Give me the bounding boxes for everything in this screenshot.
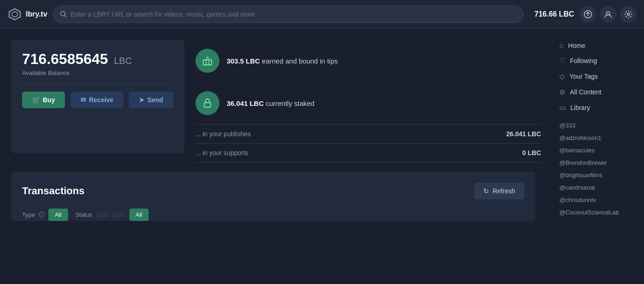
settings-button[interactable] — [620, 6, 637, 23]
stake-icon — [196, 91, 219, 115]
refresh-button[interactable]: ↻ Refresh — [474, 183, 524, 199]
supports-amount: 0 LBC — [523, 149, 541, 156]
publishes-amount: 26.041 LBC — [506, 130, 541, 138]
nav-all-content-label: All Content — [570, 88, 601, 96]
balance-number: 716.6585645 — [22, 51, 108, 67]
nav-home[interactable]: ⌂ Home — [552, 38, 644, 53]
transactions-filters: Type ⓘ All Status All — [22, 209, 524, 221]
all-content-icon: ⊘ — [559, 88, 565, 96]
send-icon: ➤ — [139, 96, 144, 104]
top-row: 716.6585645 LBC Available Balance 🛒 Buy … — [11, 40, 541, 162]
nav-library[interactable]: ▭ Library — [552, 100, 644, 116]
stake-label: currently staked — [266, 99, 315, 107]
balance-display: 716.6585645 LBC — [22, 51, 173, 68]
refresh-icon: ↻ — [483, 187, 489, 195]
logo-text: lbry.tv — [26, 10, 47, 18]
gear-icon — [624, 10, 632, 18]
svg-rect-9 — [206, 60, 209, 65]
channel-coconutsciencelab[interactable]: @CoconutScienceLab — [559, 206, 637, 219]
wallet-actions: 🛒 Buy ✉ Receive ➤ Send — [22, 92, 173, 108]
home-icon: ⌂ — [559, 41, 564, 49]
status-option-2[interactable] — [113, 212, 126, 218]
tips-amount: 303.5 LBC — [227, 57, 260, 65]
nav-home-label: Home — [568, 42, 585, 49]
buy-label: Buy — [43, 96, 55, 104]
balance-unit: LBC — [114, 56, 132, 66]
logo-area: lbry.tv — [7, 7, 47, 22]
nav-following[interactable]: ♡ Following — [552, 53, 644, 69]
svg-rect-8 — [203, 60, 212, 65]
nav-following-label: Following — [570, 57, 597, 64]
header: lbry.tv 716.66 LBC — [0, 0, 644, 29]
tips-text: 303.5 LBC earned and bound in tips — [227, 57, 338, 65]
upload-icon — [584, 10, 592, 18]
heart-icon: ♡ — [559, 57, 565, 65]
publishes-label: ... in your publishes — [196, 130, 251, 138]
gift-icon — [202, 55, 213, 66]
search-icon — [60, 11, 67, 18]
svg-line-3 — [64, 15, 66, 17]
tips-stat: 303.5 LBC earned and bound in tips — [196, 40, 541, 82]
svg-marker-1 — [12, 12, 17, 17]
user-button[interactable] — [600, 6, 616, 23]
transactions-title: Transactions — [22, 185, 85, 197]
send-label: Send — [147, 96, 163, 104]
buy-icon: 🛒 — [32, 96, 40, 104]
stake-text: 36.041 LBC currently staked — [227, 99, 315, 107]
status-filter-group: Status All — [75, 209, 149, 221]
channel-list: @333 @adzrobinson1 @barnacules @BrendonB… — [552, 119, 644, 219]
channel-brightsunfilms[interactable]: @brightsunfilms — [559, 169, 637, 181]
type-all-button[interactable]: All — [48, 209, 68, 221]
channel-chrisdunntv[interactable]: @chrisdunntv — [559, 194, 637, 206]
tips-icon — [196, 49, 219, 73]
header-balance: 716.66 LBC — [535, 10, 574, 18]
svg-point-7 — [627, 13, 630, 15]
status-label: Status — [75, 211, 92, 218]
svg-rect-11 — [204, 103, 211, 107]
balance-amount: 716.6585645 LBC — [22, 51, 132, 67]
svg-marker-0 — [9, 9, 20, 20]
nav-library-label: Library — [570, 104, 590, 111]
transactions-section: Transactions ↻ Refresh Type ⓘ All Status… — [11, 172, 535, 221]
channel-adzrobinson1[interactable]: @adzrobinson1 — [559, 132, 637, 144]
search-input[interactable] — [71, 11, 517, 18]
receive-icon: ✉ — [80, 96, 86, 104]
publishes-row: ... in your publishes 26.041 LBC — [196, 125, 541, 144]
wallet-card: 716.6585645 LBC Available Balance 🛒 Buy … — [11, 40, 184, 153]
send-button[interactable]: ➤ Send — [129, 92, 173, 108]
tag-icon: ◇ — [559, 72, 565, 81]
header-icons — [580, 6, 637, 23]
status-all-button[interactable]: All — [129, 209, 149, 221]
upload-button[interactable] — [580, 6, 596, 23]
content-area: 716.6585645 LBC Available Balance 🛒 Buy … — [0, 29, 552, 284]
type-help-icon: ⓘ — [39, 211, 45, 219]
supports-label: ... in your supports — [196, 149, 248, 156]
stats-area: 303.5 LBC earned and bound in tips 36.04… — [196, 40, 541, 162]
nav-your-tags[interactable]: ◇ Your Tags — [552, 69, 644, 84]
channel-brendonbrewer[interactable]: @BrendonBrewer — [559, 156, 637, 169]
supports-row: ... in your supports 0 LBC — [196, 144, 541, 162]
user-icon — [604, 10, 612, 18]
status-option-1[interactable] — [96, 212, 109, 218]
channel-candrsenal[interactable]: @candrsenal — [559, 181, 637, 194]
stake-details: ... in your publishes 26.041 LBC ... in … — [196, 124, 541, 162]
receive-button[interactable]: ✉ Receive — [70, 92, 123, 108]
receive-label: Receive — [89, 96, 113, 104]
stake-stat: 36.041 LBC currently staked — [196, 82, 541, 124]
type-label: Type — [22, 211, 35, 218]
stake-amount: 36.041 LBC — [227, 99, 264, 107]
nav-all-content[interactable]: ⊘ All Content — [552, 84, 644, 100]
refresh-label: Refresh — [493, 187, 515, 195]
buy-button[interactable]: 🛒 Buy — [22, 92, 65, 108]
balance-label: Available Balance — [22, 70, 173, 76]
search-bar[interactable] — [53, 6, 523, 23]
channel-barnacules[interactable]: @barnacules — [559, 144, 637, 156]
logo-icon — [7, 7, 22, 22]
transactions-header: Transactions ↻ Refresh — [22, 183, 524, 199]
sidebar: ⌂ Home ♡ Following ◇ Your Tags ⊘ All Con… — [552, 29, 644, 284]
main-layout: 716.6585645 LBC Available Balance 🛒 Buy … — [0, 29, 644, 284]
lock-icon — [202, 98, 213, 109]
tips-label: earned and bound in tips — [262, 57, 338, 65]
type-filter-group: Type ⓘ All — [22, 209, 68, 221]
channel-333[interactable]: @333 — [559, 119, 637, 132]
